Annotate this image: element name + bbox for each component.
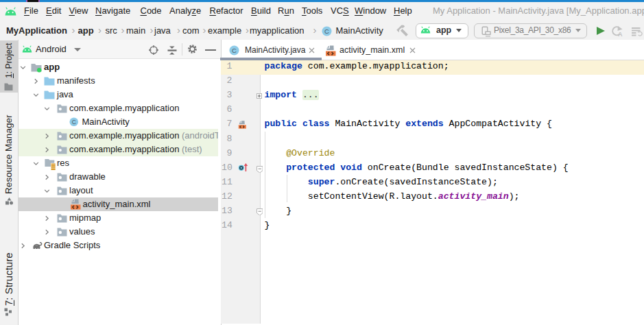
svg-text:A: A — [618, 31, 623, 37]
svg-text:C: C — [232, 47, 237, 54]
svg-text:C: C — [72, 118, 76, 125]
svg-text:C: C — [324, 27, 329, 35]
